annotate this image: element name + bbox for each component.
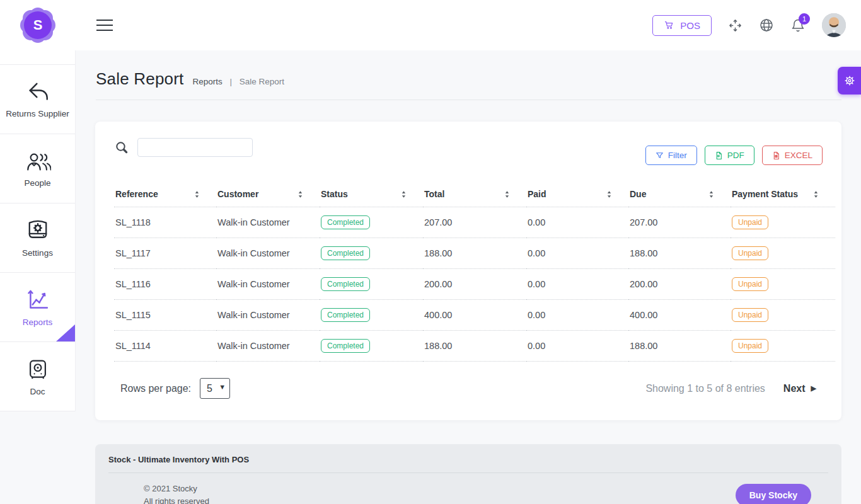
column-header-payment-status[interactable]: Payment Status xyxy=(731,183,835,207)
pos-button[interactable]: POS xyxy=(652,15,712,36)
column-header-customer[interactable]: Customer xyxy=(216,183,320,207)
cell-total: 200.00 xyxy=(423,269,526,300)
status-badge: Completed xyxy=(321,308,370,322)
table-row[interactable]: SL_1114 Walk-in Customer Completed 188.0… xyxy=(114,331,835,362)
cell-customer: Walk-in Customer xyxy=(216,331,320,362)
column-header-reference[interactable]: Reference xyxy=(114,183,216,207)
cart-icon xyxy=(664,20,674,30)
main-content: Sale Report Reports | Sale Report xyxy=(76,50,861,504)
column-header-paid[interactable]: Paid xyxy=(526,183,628,207)
sidebar-item-reports[interactable]: Reports xyxy=(0,273,75,342)
settings-drive-icon xyxy=(25,219,50,243)
returns-supplier-icon xyxy=(25,81,50,103)
cell-total: 400.00 xyxy=(423,300,526,331)
cell-due: 200.00 xyxy=(628,269,731,300)
sidebar-item-settings[interactable]: Settings xyxy=(0,203,75,273)
search-icon xyxy=(114,140,129,155)
sidebar-item-people[interactable]: People xyxy=(0,134,75,203)
filter-button-label: Filter xyxy=(668,151,687,160)
cell-reference: SL_1114 xyxy=(114,331,216,362)
cell-paid: 0.00 xyxy=(526,207,628,238)
sidebar-item-label: Reports xyxy=(23,318,52,327)
breadcrumb-section[interactable]: Reports xyxy=(193,77,222,86)
buy-stocky-button[interactable]: Buy Stocky xyxy=(736,484,811,504)
cell-due: 188.00 xyxy=(628,238,731,269)
language-globe-icon[interactable] xyxy=(759,18,774,33)
pdf-button[interactable]: PDF xyxy=(705,146,754,165)
top-header: S POS 1 xyxy=(0,0,861,50)
funnel-icon xyxy=(656,151,664,159)
reports-chart-icon xyxy=(25,288,50,312)
gear-icon xyxy=(843,74,857,88)
column-header-status[interactable]: Status xyxy=(320,183,423,207)
stocky-logo-icon: S xyxy=(20,8,55,43)
cell-reference: SL_1115 xyxy=(114,300,216,331)
cell-reference: SL_1118 xyxy=(114,207,216,238)
cell-paid: 0.00 xyxy=(526,331,628,362)
cell-total: 188.00 xyxy=(423,238,526,269)
logo-box[interactable]: S xyxy=(0,0,76,50)
sort-icon xyxy=(503,190,511,198)
page-footer: Stock - Ultimate Inventory With POS © 20… xyxy=(95,444,841,504)
breadcrumb-current: Sale Report xyxy=(240,77,284,86)
people-icon xyxy=(25,150,51,173)
report-card: Filter PDF EXCEL xyxy=(95,122,841,420)
excel-file-icon xyxy=(772,151,780,160)
excel-button[interactable]: EXCEL xyxy=(762,146,823,165)
footer-app-title: Stock - Ultimate Inventory With POS xyxy=(108,455,828,473)
rows-per-page-select[interactable]: 5 xyxy=(200,378,230,399)
rows-per-page-label: Rows per page: xyxy=(120,383,191,394)
sort-icon xyxy=(296,190,304,198)
sidebar-item-label: People xyxy=(24,178,50,188)
fullscreen-icon[interactable] xyxy=(728,18,743,33)
sidebar-nav: Returns Supplier People Settings Reports… xyxy=(0,50,76,411)
pagination-summary: Showing 1 to 5 of 8 entries xyxy=(645,383,765,394)
status-badge: Completed xyxy=(321,339,370,353)
sort-icon xyxy=(812,190,820,198)
cell-customer: Walk-in Customer xyxy=(216,269,320,300)
menu-toggle-icon[interactable] xyxy=(96,16,113,35)
column-header-total[interactable]: Total xyxy=(423,183,526,207)
cell-due: 188.00 xyxy=(628,331,731,362)
payment-status-badge: Unpaid xyxy=(732,339,768,353)
next-page-button[interactable]: Next ▶ xyxy=(783,383,816,394)
payment-status-badge: Unpaid xyxy=(732,277,768,291)
table-row[interactable]: SL_1115 Walk-in Customer Completed 400.0… xyxy=(114,300,835,331)
cell-reference: SL_1116 xyxy=(114,269,216,300)
pdf-button-label: PDF xyxy=(727,151,744,160)
breadcrumb-separator: | xyxy=(230,77,233,86)
page-title: Sale Report xyxy=(96,69,184,89)
cell-due: 207.00 xyxy=(628,207,731,238)
filter-button[interactable]: Filter xyxy=(645,146,697,165)
sidebar-item-doc[interactable]: Doc xyxy=(0,342,75,411)
column-header-due[interactable]: Due xyxy=(628,183,731,207)
notifications-bell-icon[interactable]: 1 xyxy=(790,18,806,33)
payment-status-badge: Unpaid xyxy=(732,246,768,260)
cell-customer: Walk-in Customer xyxy=(216,238,320,269)
sales-table: Reference Customer Status Total Paid Due… xyxy=(114,183,835,362)
cell-total: 188.00 xyxy=(423,331,526,362)
payment-status-badge: Unpaid xyxy=(732,215,768,229)
table-row[interactable]: SL_1118 Walk-in Customer Completed 207.0… xyxy=(114,207,835,238)
notification-count-badge: 1 xyxy=(799,13,810,25)
sort-icon xyxy=(605,190,613,198)
sort-icon xyxy=(400,190,408,198)
table-row[interactable]: SL_1116 Walk-in Customer Completed 200.0… xyxy=(114,269,835,300)
cell-paid: 0.00 xyxy=(526,238,628,269)
cell-total: 207.00 xyxy=(423,207,526,238)
table-row[interactable]: SL_1117 Walk-in Customer Completed 188.0… xyxy=(114,238,835,269)
cell-reference: SL_1117 xyxy=(114,238,216,269)
cell-due: 400.00 xyxy=(628,300,731,331)
footer-copyright: © 2021 Stocky xyxy=(144,483,209,495)
theme-settings-button[interactable] xyxy=(838,67,861,94)
cell-paid: 0.00 xyxy=(526,300,628,331)
sidebar-item-label: Settings xyxy=(22,248,53,258)
search-input[interactable] xyxy=(137,138,253,157)
user-avatar[interactable] xyxy=(822,13,846,37)
status-badge: Completed xyxy=(321,215,370,229)
cell-paid: 0.00 xyxy=(526,269,628,300)
sidebar-item-label: Doc xyxy=(30,387,45,396)
sidebar-item-returns-supplier[interactable]: Returns Supplier xyxy=(0,65,75,134)
status-badge: Completed xyxy=(321,246,370,260)
sort-icon xyxy=(193,190,201,198)
